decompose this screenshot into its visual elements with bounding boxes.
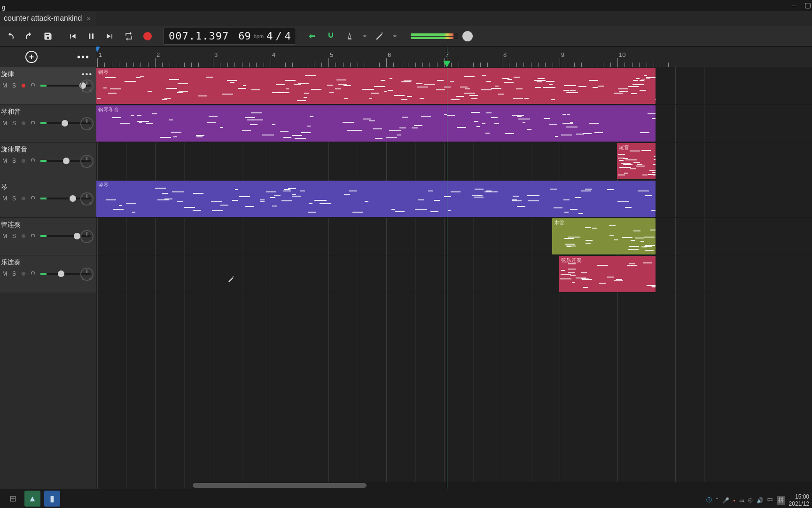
mute-button[interactable]: M [1,119,8,127]
track-lane[interactable]: 钢琴 [96,67,812,105]
tracks-content[interactable]: 钢琴钢琴和音尾音竖琴木管弦乐连奏 [96,67,812,489]
tray-chevron-icon[interactable]: ˄ [716,497,718,504]
add-track-button[interactable] [25,51,38,63]
skip-back-button[interactable] [64,28,81,45]
ime-mode[interactable]: 拼 [777,496,785,505]
track-menu-icon[interactable]: ••• [82,70,93,79]
ruler-bar-number: 3 [214,51,218,58]
scrollbar-thumb[interactable] [193,483,367,488]
mute-button[interactable]: M [1,194,8,203]
system-tray[interactable]: ⓘ ˄ 🎤 ▪ ▭ ⦾ 🔊 中 拼 15:00 2021/12 [706,493,809,507]
monitor-button[interactable] [29,81,37,90]
tray-battery-icon[interactable]: ▭ [739,497,744,504]
position-display[interactable]: 007.1.397 [169,30,229,42]
skip-forward-button[interactable] [102,28,118,45]
solo-button[interactable]: S [10,270,18,278]
arm-record-button[interactable] [20,81,27,90]
timesig-num[interactable]: 4 [266,30,273,42]
pan-knob[interactable]: LR [80,79,94,93]
save-button[interactable] [39,28,56,45]
arm-record-button[interactable] [20,232,27,240]
redo-button[interactable] [21,28,38,45]
solo-button[interactable]: S [10,119,18,127]
loop-button[interactable] [120,28,137,45]
tray-wifi-icon[interactable]: ⦾ [748,497,753,504]
solo-button[interactable]: S [10,194,18,203]
track-header[interactable]: 旋律尾音 M S LR [0,143,96,180]
solo-button[interactable]: S [10,232,18,240]
midi-clip[interactable]: 钢琴 [96,68,656,104]
timesig-den[interactable]: 4 [285,30,291,42]
track-header[interactable]: 琴 M S LR [0,180,96,218]
taskbar-app-1[interactable]: ▲ [24,491,40,507]
pan-knob[interactable]: LR [80,192,94,206]
tool-button[interactable] [371,28,388,45]
snap-button[interactable] [322,28,339,45]
metronome-button[interactable] [341,28,358,45]
undo-button[interactable] [2,28,19,45]
metronome-dropdown[interactable] [360,28,369,45]
arm-record-button[interactable] [20,194,27,203]
track-lane[interactable]: 竖琴 [96,180,812,218]
windows-taskbar[interactable]: ⊞ ▲ ▮ ⓘ ˄ 🎤 ▪ ▭ ⦾ 🔊 中 拼 15:00 2021/12 [0,489,812,508]
timeline-ruler[interactable]: 12345678910 [96,47,812,67]
close-tab-icon[interactable]: × [86,15,91,23]
monitor-button[interactable] [29,194,37,203]
track-header[interactable]: 乐连奏 M S LR [0,255,96,293]
monitor-button[interactable] [29,157,37,165]
midi-clip[interactable]: 木管 [552,218,656,254]
taskbar-app-2[interactable]: ▮ [44,491,60,507]
pan-knob[interactable]: LR [80,230,94,243]
track-panel-header: ••• [0,47,96,67]
volume-knob[interactable] [462,31,473,41]
monitor-button[interactable] [29,270,37,278]
solo-button[interactable]: S [10,157,18,165]
track-lane[interactable]: 钢琴和音 [96,105,812,143]
track-panel-menu[interactable]: ••• [77,52,90,63]
track-lane[interactable]: 尾音 [96,143,812,180]
track-header[interactable]: 管连奏 M S LR [0,218,96,255]
mute-button[interactable]: M [1,157,8,165]
tray-safe-remove-icon[interactable]: ▪ [733,497,735,504]
midi-clip[interactable]: 竖琴 [96,181,656,217]
monitor-button[interactable] [29,119,37,127]
midi-clip[interactable]: 钢琴和音 [96,105,656,142]
tray-volume-icon[interactable]: 🔊 [757,497,764,504]
vu-meter [411,33,458,39]
taskbar-start[interactable]: ⊞ [5,491,21,507]
timeline-area[interactable]: 12345678910 钢琴钢琴和音尾音竖琴木管弦乐连奏 [96,47,812,489]
solo-button[interactable]: S [10,81,18,90]
horizontal-scrollbar[interactable] [193,482,812,489]
track-lane[interactable]: 弦乐连奏 [96,255,812,293]
midi-clip[interactable]: 弦乐连奏 [559,256,656,292]
pan-knob[interactable]: LR [80,155,94,168]
track-header[interactable]: 旋律 ••• M S LR [0,67,96,105]
tool-dropdown[interactable] [390,28,399,45]
tray-clock[interactable]: 15:00 2021/12 [789,493,809,507]
midi-clip[interactable]: 尾音 [617,143,656,179]
bpm-display[interactable]: 69 [238,30,251,42]
track-lane[interactable]: 木管 [96,218,812,255]
window-maximize[interactable]: ▢ [804,1,811,9]
window-minimize[interactable]: – [792,1,796,9]
arm-record-button[interactable] [20,119,27,127]
mute-button[interactable]: M [1,81,8,90]
pause-button[interactable] [83,28,100,45]
record-button[interactable] [139,28,156,45]
arm-record-button[interactable] [20,157,27,165]
ruler-bar-number: 4 [272,51,275,58]
tab-project[interactable]: counter attack-mankind × [0,11,96,26]
bpm-label: bpm [254,33,264,39]
arm-record-button[interactable] [20,270,27,278]
ime-lang[interactable]: 中 [767,496,773,504]
mute-button[interactable]: M [1,270,8,278]
monitor-button[interactable] [29,232,37,240]
track-header[interactable]: 琴和音 M S LR [0,105,96,143]
pan-knob[interactable]: LR [80,268,94,281]
pan-knob[interactable]: LR [80,117,94,130]
help-icon[interactable]: ⓘ [706,496,712,504]
tab-label: counter attack-mankind [4,14,82,23]
tray-mic-icon[interactable]: 🎤 [722,497,729,504]
punch-in-button[interactable] [304,28,320,45]
mute-button[interactable]: M [1,232,8,240]
